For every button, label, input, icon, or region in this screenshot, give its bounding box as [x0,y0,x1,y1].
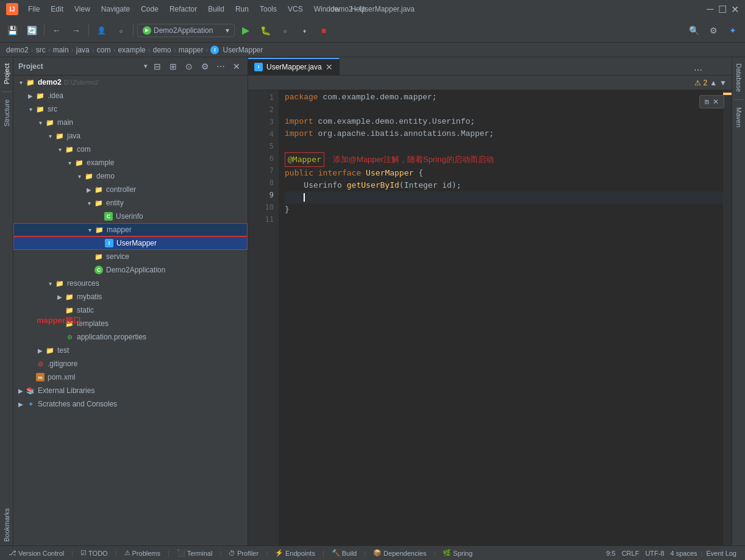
tree-item-main[interactable]: ▾ 📁 main [13,116,248,129]
recent-files-button[interactable]: 👤 [93,22,110,39]
sync-button[interactable]: 🔄 [23,22,40,39]
position-status[interactable]: 9:5 [604,550,618,557]
version-control-status[interactable]: ⎇ Version Control [6,546,66,560]
menu-refactor[interactable]: Refactor [165,3,202,15]
breadcrumb-mapper[interactable]: mapper [179,46,204,54]
breadcrumb-src[interactable]: src [36,46,46,54]
breadcrumb-usermapper[interactable]: UserMapper [223,46,263,54]
spring-status[interactable]: 🌿 Spring [440,546,475,560]
tab-usermapper[interactable]: I UserMapper.java ✕ [248,58,340,75]
profiler-status[interactable]: ⏱ Profiler [226,546,261,560]
collapse-all-button[interactable]: ⊟ [151,60,163,73]
tree-item-static[interactable]: ▶ 📁 static [13,303,248,317]
menu-view[interactable]: View [70,3,95,15]
up-arrow-button[interactable]: ▲ [710,79,717,87]
breadcrumb-demo[interactable]: demo [153,46,171,54]
menu-code[interactable]: Code [136,3,163,15]
coverage-button[interactable]: ⬧ [296,22,313,39]
breadcrumb-example[interactable]: example [118,46,145,54]
structure-panel-toggle[interactable]: Structure [2,96,12,130]
database-panel-toggle[interactable]: Database [734,60,744,96]
tree-item-src[interactable]: ▾ 📁 src [13,102,248,116]
tree-item-controller[interactable]: ▶ 📁 controller [13,183,248,196]
minimize-button[interactable]: ─ [706,5,715,13]
tree-item-mapper[interactable]: ▾ 📁 mapper [13,223,248,236]
panel-settings-button[interactable]: ⚙ [199,60,211,73]
menu-tools[interactable]: Tools [255,3,282,15]
menu-run[interactable]: Run [230,3,254,15]
menu-edit[interactable]: Edit [46,3,68,15]
menu-vcs[interactable]: VCS [283,3,308,15]
tree-item-ext-libs[interactable]: ▶ 📚 External Libraries [13,384,248,397]
tree-item-com[interactable]: ▾ 📁 com [13,143,248,156]
service-label: service [106,252,129,261]
save-all-button[interactable]: 💾 [4,22,21,39]
problems-status[interactable]: ⚠ Problems [122,546,163,560]
indent-status[interactable]: 4 spaces [668,550,700,557]
build-status[interactable]: 🔨 Build [329,546,359,560]
tree-item-templates[interactable]: ▶ 📁 templates [13,317,248,330]
git-button[interactable]: ⬦ [112,22,129,39]
tree-item-app-properties[interactable]: ▶ ⚙ application.properties [13,330,248,344]
run-button[interactable]: ▶ [237,22,254,39]
menu-build[interactable]: Build [203,3,229,15]
menu-file[interactable]: File [23,3,45,15]
tree-item-java[interactable]: ▾ 📁 java [13,129,248,143]
tree-item-demo2app[interactable]: ▶ C Demo2Application [13,263,248,277]
down-arrow-button[interactable]: ▼ [719,79,727,87]
tree-item-service[interactable]: ▶ 📁 service [13,250,248,263]
stop-button[interactable]: ■ [315,22,332,39]
resources-folder-icon: 📁 [55,278,65,288]
tree-item-resources[interactable]: ▾ 📁 resources [13,277,248,290]
status-sep-7: | [364,550,366,557]
scroll-to-opened-button[interactable]: ⊙ [183,60,195,73]
tabs-menu-button[interactable]: ⋯ [694,65,702,75]
tree-item-pom[interactable]: ▶ m pom.xml [13,370,248,384]
terminal-status[interactable]: ⬛ Terminal [174,546,215,560]
project-dropdown-icon[interactable]: ▾ [144,62,148,70]
endpoints-status[interactable]: ⚡ Endpoints [273,546,318,560]
panel-gear-button[interactable]: ⋯ [215,60,227,73]
tree-item-root[interactable]: ▾ 📁 demo2 D:\2\demo2 [13,76,248,89]
completion-popup-close[interactable]: ✕ [713,97,719,106]
search-everywhere-button[interactable]: 🔍 [685,22,702,39]
tree-item-usermapper[interactable]: ▶ I UserMapper [13,236,248,250]
breadcrumb-main[interactable]: main [53,46,69,54]
tree-item-test[interactable]: ▶ 📁 test [13,344,248,357]
maven-panel-toggle[interactable]: Maven [734,104,744,131]
tree-item-gitignore[interactable]: ▶ ⊘ .gitignore [13,357,248,370]
tab-close-button[interactable]: ✕ [326,63,333,71]
mybatis-arrow: ▶ [55,294,65,300]
breadcrumb-java[interactable]: java [76,46,90,54]
breadcrumb-com[interactable]: com [97,46,111,54]
run-configuration[interactable]: ▶ Demo2Application ▾ [137,24,235,37]
encoding-label: UTF-8 [645,550,664,557]
back-button[interactable]: ← [48,22,65,39]
tree-item-example[interactable]: ▾ 📁 example [13,156,248,169]
forward-button[interactable]: → [68,22,85,39]
dependencies-status[interactable]: 📦 Dependencies [371,546,429,560]
bookmarks-panel-toggle[interactable]: Bookmarks [2,505,12,545]
expand-all-button[interactable]: ⊞ [167,60,179,73]
close-button[interactable]: ✕ [730,5,739,13]
panel-hide-button[interactable]: ✕ [230,60,243,73]
breadcrumb-demo2[interactable]: demo2 [6,46,29,54]
profile-button[interactable]: ⬦ [276,22,293,39]
line-sep-status[interactable]: CRLF [619,550,642,557]
project-panel-toggle[interactable]: Project [2,60,12,88]
todo-status[interactable]: ☑ TODO [78,546,110,560]
code-area[interactable]: package com.example.demo.mapper; import … [279,90,723,545]
tree-item-mybatis[interactable]: ▶ 📁 mybatis [13,290,248,303]
maximize-button[interactable]: ☐ [718,5,727,13]
debug-button[interactable]: 🐛 [257,22,274,39]
tree-item-idea[interactable]: ▶ 📁 .idea [13,89,248,102]
settings-button[interactable]: ⚙ [705,22,722,39]
tree-item-userinfo[interactable]: ▶ C Userinfo [13,210,248,223]
intellij-icon[interactable]: ✦ [724,22,741,39]
encoding-status[interactable]: UTF-8 [643,550,666,557]
menu-navigate[interactable]: Navigate [96,3,135,15]
tree-item-entity[interactable]: ▾ 📁 entity [13,196,248,210]
event-log-status[interactable]: Event Log [704,550,739,557]
tree-item-demo[interactable]: ▾ 📁 demo [13,169,248,183]
tree-item-scratches[interactable]: ▶ ✦ Scratches and Consoles [13,397,248,411]
